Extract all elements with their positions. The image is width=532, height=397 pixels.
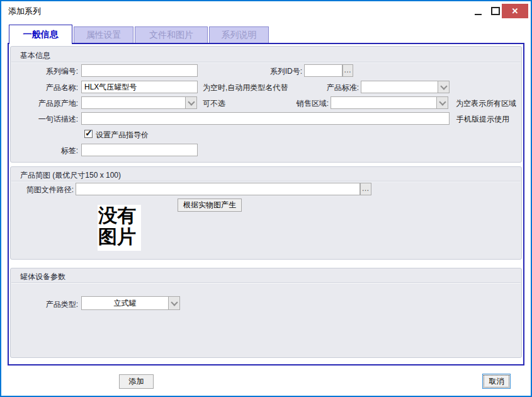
window-title: 添加系列	[8, 6, 41, 17]
tab-files-and-images[interactable]: 文件和图片	[135, 26, 208, 43]
tab-series-description[interactable]: 系列说明	[209, 26, 269, 43]
product-name-note: 为空时,自动用类型名代替	[203, 83, 288, 93]
tab-general-info[interactable]: 一般信息	[9, 25, 72, 44]
dialog-add-series: 添加系列 ✕ 一般信息 属性设置 文件和图片 系列说明 基本信息 系列编号: 系…	[0, 0, 532, 397]
description-input[interactable]	[81, 112, 450, 125]
thumb-path-browse-button[interactable]: …	[360, 183, 371, 195]
product-name-input[interactable]	[81, 81, 198, 93]
focus-ring: 取消	[484, 375, 509, 388]
add-button[interactable]: 添加	[119, 374, 154, 389]
description-label: 一句话描述:	[14, 114, 78, 125]
chevron-down-icon	[171, 299, 178, 306]
series-id-label: 系列ID号:	[241, 66, 302, 77]
product-type-value: 立式罐	[82, 297, 168, 309]
series-id-browse-button[interactable]: …	[342, 64, 353, 77]
origin-select[interactable]	[81, 96, 197, 109]
sales-region-select[interactable]	[331, 96, 448, 109]
titlebar[interactable]: 添加系列 ✕	[1, 1, 531, 20]
minimize-icon	[475, 14, 482, 15]
product-name-label: 产品名称:	[14, 83, 78, 93]
sales-region-value	[331, 97, 436, 108]
series-no-input[interactable]	[81, 64, 198, 77]
product-standard-select[interactable]	[361, 81, 450, 93]
minimize-button[interactable]	[470, 4, 486, 18]
cancel-button[interactable]: 取消	[482, 374, 511, 389]
dropdown-button[interactable]	[185, 97, 196, 108]
product-type-label: 产品类型:	[14, 299, 78, 310]
origin-value	[82, 97, 185, 108]
group-separator	[11, 62, 521, 63]
origin-label: 产品原产地:	[14, 98, 78, 109]
generate-from-photo-button[interactable]: 根据实物图产生	[178, 198, 242, 212]
product-standard-value	[361, 81, 438, 93]
no-image-text-line1: 没有	[98, 205, 141, 226]
product-standard-label: 产品标准:	[297, 83, 359, 93]
group-basic-info-title: 基本信息	[20, 50, 50, 61]
maximize-icon	[491, 7, 500, 15]
close-icon: ✕	[512, 6, 519, 16]
dropdown-button[interactable]	[168, 297, 179, 309]
group-tank-params	[10, 268, 522, 358]
origin-note: 可不选	[203, 98, 225, 109]
group-thumbnail-title: 产品简图 (最优尺寸150 x 100)	[20, 170, 121, 181]
guide-price-checkbox-label[interactable]: 设置产品指导价	[96, 130, 149, 141]
no-image-text-line2: 图片	[98, 226, 141, 248]
description-note: 手机版提示使用	[456, 114, 509, 125]
thumb-path-input[interactable]	[76, 183, 360, 195]
group-tank-params-title: 罐体设备参数	[20, 272, 65, 282]
check-icon: ✓	[85, 128, 93, 138]
tag-label: 标签:	[14, 146, 78, 156]
close-button[interactable]: ✕	[502, 4, 528, 18]
guide-price-checkbox[interactable]: ✓	[84, 130, 93, 138]
group-separator	[11, 282, 521, 284]
chevron-down-icon	[439, 98, 446, 105]
dropdown-button[interactable]	[438, 81, 449, 93]
chevron-down-icon	[440, 83, 447, 89]
sales-region-note: 为空表示所有区域	[456, 98, 516, 109]
chevron-down-icon	[188, 98, 195, 105]
dropdown-button[interactable]	[436, 97, 448, 108]
tag-input[interactable]	[81, 144, 198, 156]
sales-region-label: 销售区域:	[272, 98, 329, 109]
product-type-select[interactable]: 立式罐	[81, 296, 180, 310]
tab-property-settings[interactable]: 属性设置	[74, 26, 133, 43]
thumb-path-label: 简图文件路径:	[13, 185, 74, 195]
series-id-input[interactable]	[304, 64, 342, 77]
series-no-label: 系列编号:	[14, 66, 78, 77]
thumbnail-preview-no-image: 没有 图片	[98, 205, 141, 251]
group-separator	[11, 181, 521, 182]
